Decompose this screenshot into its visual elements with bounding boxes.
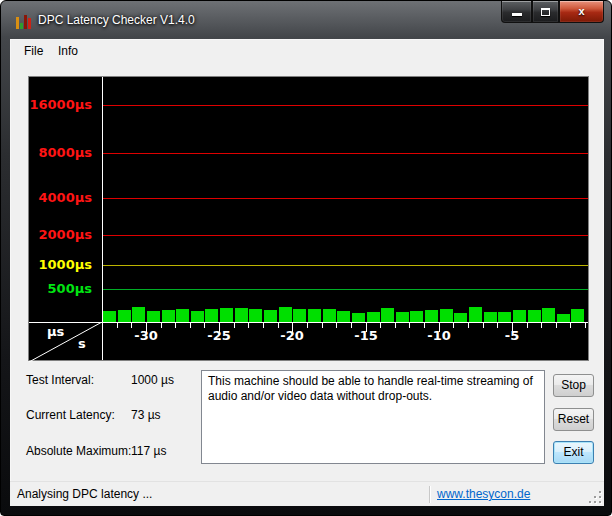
x-minor-tick: [190, 323, 191, 328]
thesycon-link[interactable]: www.thesycon.de: [437, 487, 530, 501]
latency-bar: [513, 310, 526, 322]
latency-bar: [293, 309, 306, 322]
y-axis-label-8000: 8000µs: [29, 145, 97, 161]
close-button[interactable]: x: [559, 1, 604, 23]
x-minor-tick: [175, 323, 176, 328]
gridline-4000: [103, 198, 588, 199]
latency-bar: [103, 311, 116, 322]
latency-bar: [469, 307, 482, 322]
status-text: Analysing DPC latency ...: [10, 487, 429, 501]
test-interval-value: 1000 µs: [131, 373, 174, 387]
absolute-maximum-label: Absolute Maximum:: [26, 444, 131, 458]
x-minor-tick: [483, 323, 484, 328]
gridline-2000: [103, 235, 588, 236]
x-minor-tick: [117, 323, 118, 328]
latency-bar: [176, 309, 189, 322]
x-minor-tick: [322, 323, 323, 328]
current-latency-label: Current Latency:: [26, 408, 115, 422]
latency-bar: [367, 312, 380, 322]
latency-bar: [264, 310, 277, 322]
latency-bar: [162, 310, 175, 322]
latency-bar: [132, 307, 145, 322]
latency-bar: [571, 309, 584, 322]
y-axis-label-16000: 16000µs: [29, 97, 97, 113]
latency-bar: [454, 313, 467, 322]
latency-bar: [205, 309, 218, 322]
x-minor-tick: [585, 323, 586, 328]
latency-bar: [147, 311, 160, 322]
x-unit-label: s: [78, 336, 86, 351]
latency-bar: [337, 311, 350, 322]
minimize-icon: [512, 13, 522, 16]
gridline-8000: [103, 153, 588, 154]
stop-button[interactable]: Stop: [553, 374, 594, 397]
x-minor-tick: [570, 323, 571, 328]
gridline-16000: [103, 105, 588, 106]
latency-bar: [118, 310, 131, 322]
absolute-maximum-value: 117 µs: [131, 444, 166, 458]
reset-button[interactable]: Reset: [553, 408, 594, 431]
x-minor-tick: [409, 323, 410, 328]
latency-bar: [557, 314, 570, 322]
app-icon-bar: [20, 23, 23, 29]
latency-bar: [308, 309, 321, 322]
menu-bar: File Info: [10, 39, 604, 63]
latency-chart: µs s 16000µs8000µs4000µs2000µs1000µs500µ…: [28, 76, 589, 361]
resize-grip-icon[interactable]: [588, 490, 604, 506]
x-axis-label--5: -5: [495, 328, 529, 343]
menu-item-info[interactable]: Info: [52, 42, 84, 60]
latency-bar: [440, 309, 453, 322]
y-axis-label-1000: 1000µs: [29, 257, 97, 273]
x-minor-tick: [556, 323, 557, 328]
latency-bar: [352, 313, 365, 322]
x-minor-tick: [541, 323, 542, 328]
client-area: File Info µs s 16000µs8000µs4000µs2000µs…: [10, 39, 604, 506]
exit-button[interactable]: Exit: [553, 441, 594, 464]
latency-bar: [542, 308, 555, 322]
latency-bar: [279, 307, 292, 322]
latency-bar: [220, 308, 233, 322]
analysis-message-box[interactable]: This machine should be able to handle re…: [201, 370, 545, 464]
x-minor-tick: [248, 323, 249, 328]
x-minor-tick: [263, 323, 264, 328]
latency-bar: [498, 312, 511, 322]
status-bar: Analysing DPC latency ... www.thesycon.d…: [10, 481, 604, 506]
latency-bar: [425, 310, 438, 322]
y-axis-label-4000: 4000µs: [29, 190, 97, 206]
x-axis-line: [29, 322, 588, 323]
app-icon: [16, 13, 33, 29]
x-axis-label--30: -30: [129, 328, 163, 343]
latency-bar: [235, 308, 248, 322]
window-title: DPC Latency Checker V1.4.0: [38, 13, 195, 27]
minimize-button[interactable]: [501, 1, 532, 23]
latency-bar: [381, 308, 394, 322]
x-axis-label--25: -25: [202, 328, 236, 343]
latency-bar: [323, 309, 336, 322]
close-icon: x: [578, 6, 584, 17]
latency-bar: [410, 311, 423, 322]
y-axis-label-500: 500µs: [29, 281, 97, 297]
title-bar[interactable]: DPC Latency Checker V1.4.0 x: [1, 1, 611, 39]
gridline-500: [103, 289, 588, 290]
latency-bar: [249, 309, 262, 322]
app-icon-bar: [28, 18, 31, 29]
x-axis-label--15: -15: [349, 328, 383, 343]
x-axis-label--20: -20: [275, 328, 309, 343]
maximize-button[interactable]: [532, 1, 559, 23]
current-latency-value: 73 µs: [131, 408, 161, 422]
maximize-icon: [541, 8, 550, 16]
y-unit-label: µs: [47, 324, 64, 339]
latency-bar: [396, 312, 409, 322]
app-window: DPC Latency Checker V1.4.0 x File Info µ…: [0, 0, 612, 516]
axis-corner-diagonal: [29, 322, 102, 362]
status-link-pane: www.thesycon.de: [430, 487, 588, 501]
x-minor-tick: [395, 323, 396, 328]
gridline-1000: [103, 265, 588, 266]
latency-bar: [191, 311, 204, 322]
latency-bar: [528, 310, 541, 322]
y-axis-label-2000: 2000µs: [29, 227, 97, 243]
latency-bar: [484, 312, 497, 322]
menu-item-file[interactable]: File: [18, 42, 49, 60]
app-icon-bar: [24, 15, 27, 29]
app-icon-bar: [16, 17, 19, 29]
